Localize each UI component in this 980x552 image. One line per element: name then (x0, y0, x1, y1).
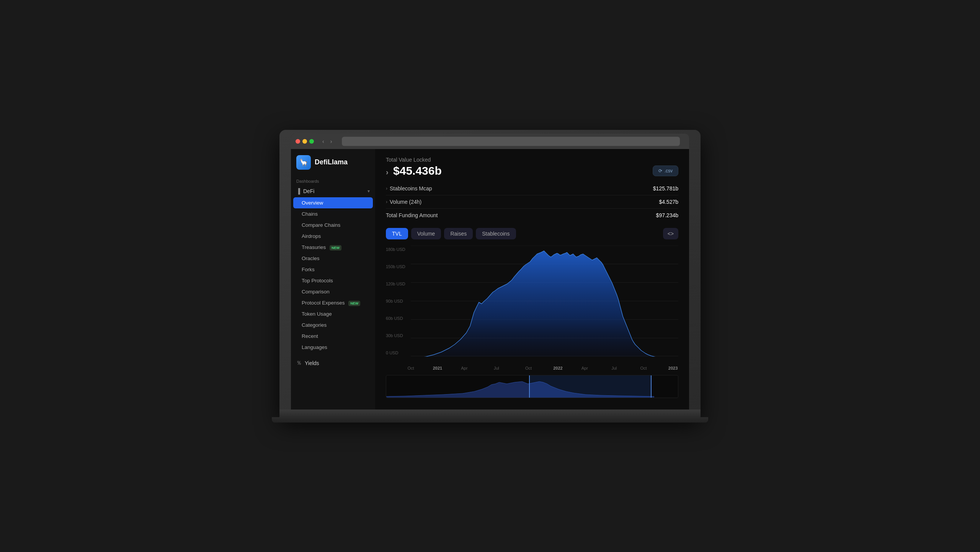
download-icon: ⟳ (658, 168, 662, 174)
y-label-0: 0 USD (386, 351, 409, 355)
back-button[interactable]: ‹ (320, 138, 327, 145)
x-label-jul2: Jul (611, 366, 617, 370)
sidebar-item-oracles[interactable]: Oracles (291, 253, 375, 264)
sidebar-item-chains[interactable]: Chains (291, 208, 375, 219)
logo-text: DefiLlama (315, 158, 348, 166)
chart-x-labels: Oct 2021 Apr Jul Oct 2022 Apr Jul Oct 20… (411, 357, 678, 372)
range-handle[interactable] (529, 375, 652, 398)
metric-divider-2 (386, 208, 678, 209)
sidebar-item-top-protocols[interactable]: Top Protocols (291, 275, 375, 286)
x-label-oct: Oct (407, 366, 414, 370)
chart-tabs: TVL Volume Raises Stablecoins <> (386, 228, 678, 239)
x-label-2023: 2023 (668, 366, 678, 370)
x-label-apr2: Apr (581, 366, 588, 370)
tab-stablecoins[interactable]: Stablecoins (476, 228, 516, 239)
embed-button[interactable]: <> (663, 228, 678, 239)
browser-titlebar: ‹ › (291, 134, 689, 149)
laptop-bottom (279, 409, 701, 417)
bar-chart-icon: ▐ (296, 188, 300, 194)
x-label-apr: Apr (461, 366, 467, 370)
x-label-2022: 2022 (553, 366, 562, 370)
metric-divider-1 (386, 195, 678, 195)
tab-volume[interactable]: Volume (411, 228, 441, 239)
chart-svg-area: 🦙 DefiLlama (411, 246, 678, 357)
main-content: Total Value Locked › $45.436b ⟳ .csv (375, 149, 689, 409)
sidebar-item-token-usage[interactable]: Token Usage (291, 308, 375, 319)
tvl-value: › $45.436b (386, 164, 442, 177)
volume-expand-arrow[interactable]: › (386, 199, 387, 205)
sidebar-item-compare-chains[interactable]: Compare Chains (291, 219, 375, 231)
sidebar-item-airdrops[interactable]: Airdrops (291, 231, 375, 242)
sidebar-item-yields[interactable]: ％ Yields (291, 356, 375, 370)
sidebar-item-forks[interactable]: Forks (291, 264, 375, 275)
minimize-button[interactable] (302, 139, 307, 144)
y-label-120b: 120b USD (386, 282, 409, 286)
metric-stablecoins-mcap[interactable]: › Stablecoins Mcap $125.781b (386, 183, 678, 193)
percent-icon: ％ (296, 360, 302, 367)
x-label-oct2: Oct (525, 366, 532, 370)
metric-volume-24h[interactable]: › Volume (24h) $4.527b (386, 197, 678, 207)
y-label-150b: 150b USD (386, 264, 409, 269)
sidebar-section-label: Dashboards (291, 176, 375, 185)
metric-total-funding: Total Funding Amount $97.234b (386, 210, 678, 220)
tvl-expand-arrow[interactable]: › (386, 168, 389, 176)
badge-new-treasuries: NEW (330, 245, 341, 251)
sidebar-logo: 🦙 DefiLlama (291, 149, 375, 176)
chevron-down-icon: ▾ (368, 188, 370, 194)
y-label-90b: 90b USD (386, 299, 409, 303)
sidebar-item-comparison[interactable]: Comparison (291, 286, 375, 297)
maximize-button[interactable] (309, 139, 314, 144)
y-label-180b: 180b USD (386, 247, 409, 252)
close-button[interactable] (296, 139, 300, 144)
address-bar[interactable] (342, 137, 680, 146)
tvl-label: Total Value Locked (386, 157, 678, 163)
chart-y-labels: 180b USD 150b USD 120b USD 90b USD 60b U… (386, 246, 409, 357)
laptop-base (272, 417, 708, 423)
range-selector[interactable] (386, 375, 678, 398)
forward-button[interactable]: › (328, 138, 335, 145)
chart-container: 180b USD 150b USD 120b USD 90b USD 60b U… (386, 246, 678, 372)
sidebar-item-overview[interactable]: Overview (293, 197, 373, 208)
sidebar-category-defi[interactable]: ▐ DeFi ▾ (291, 185, 375, 197)
nav-buttons: ‹ › (320, 138, 334, 145)
sidebar-item-languages[interactable]: Languages (291, 342, 375, 353)
logo-icon: 🦙 (296, 155, 311, 170)
x-label-2021: 2021 (433, 366, 442, 370)
y-label-60b: 60b USD (386, 316, 409, 321)
traffic-lights (296, 139, 314, 144)
tvl-value-row: › $45.436b ⟳ .csv (386, 164, 678, 177)
sidebar-category-label: DeFi (303, 188, 315, 194)
sidebar-item-protocol-expenses[interactable]: Protocol Expenses NEW (291, 297, 375, 308)
sidebar-item-categories[interactable]: Categories (291, 319, 375, 331)
x-label-jul: Jul (494, 366, 499, 370)
y-label-30b: 30b USD (386, 333, 409, 338)
stablecoins-expand-arrow[interactable]: › (386, 186, 387, 191)
browser-content: 🦙 DefiLlama Dashboards ▐ DeFi ▾ Overview… (291, 149, 689, 409)
x-label-oct3: Oct (640, 366, 647, 370)
csv-download-button[interactable]: ⟳ .csv (653, 165, 678, 176)
sidebar: 🦙 DefiLlama Dashboards ▐ DeFi ▾ Overview… (291, 149, 375, 409)
yields-label: Yields (305, 360, 319, 366)
sidebar-item-recent[interactable]: Recent (291, 331, 375, 342)
sidebar-item-treasuries[interactable]: Treasuries NEW (291, 242, 375, 253)
tab-raises[interactable]: Raises (444, 228, 473, 239)
tab-tvl[interactable]: TVL (386, 228, 408, 239)
metrics-section: › Stablecoins Mcap $125.781b › Volume (2… (386, 183, 678, 220)
badge-new-protocol-expenses: NEW (348, 301, 360, 306)
